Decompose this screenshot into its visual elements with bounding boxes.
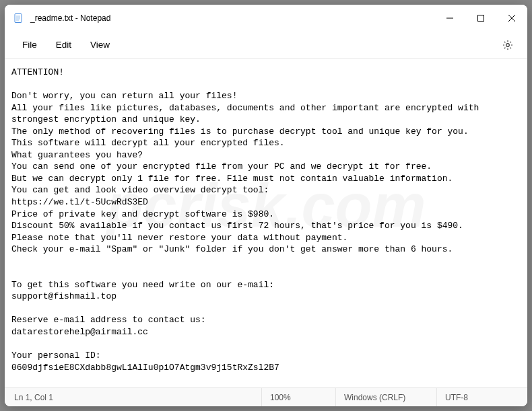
svg-point-9 bbox=[506, 43, 510, 46]
menubar: File Edit View bbox=[5, 32, 527, 59]
window-controls bbox=[434, 5, 527, 32]
status-position: Ln 1, Col 1 bbox=[5, 388, 61, 406]
status-line-ending: Windows (CRLF) bbox=[335, 388, 436, 406]
window: _readme.txt - Notepad File Edit View ATT… bbox=[5, 5, 527, 406]
menu-file[interactable]: File bbox=[13, 36, 46, 54]
svg-rect-0 bbox=[15, 14, 22, 23]
maximize-button[interactable] bbox=[465, 5, 496, 32]
gear-icon[interactable] bbox=[502, 39, 514, 51]
svg-rect-6 bbox=[478, 15, 484, 22]
status-encoding: UTF-8 bbox=[436, 388, 527, 406]
close-button[interactable] bbox=[496, 5, 527, 32]
titlebar: _readme.txt - Notepad bbox=[5, 5, 527, 32]
status-zoom: 100% bbox=[261, 388, 335, 406]
text-area[interactable]: ATTENTION! Don't worry, you can return a… bbox=[5, 59, 527, 387]
statusbar: Ln 1, Col 1 100% Windows (CRLF) UTF-8 bbox=[5, 387, 527, 406]
notepad-icon bbox=[13, 13, 24, 24]
menu-edit[interactable]: Edit bbox=[46, 36, 81, 54]
minimize-button[interactable] bbox=[434, 5, 465, 32]
menu-view[interactable]: View bbox=[81, 36, 119, 54]
document-text: ATTENTION! Don't worry, you can return a… bbox=[11, 67, 484, 373]
window-title: _readme.txt - Notepad bbox=[30, 13, 434, 23]
